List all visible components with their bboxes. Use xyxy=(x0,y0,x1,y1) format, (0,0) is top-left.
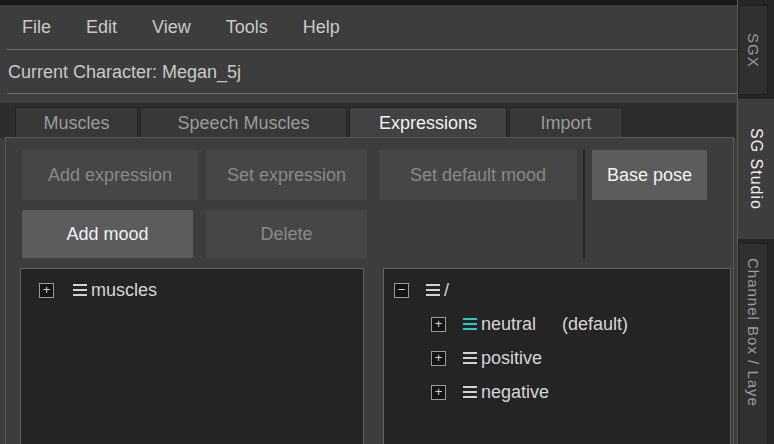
list-icon-highlighted xyxy=(463,318,477,330)
tree-row-positive[interactable]: + positive xyxy=(431,341,542,375)
menu-help[interactable]: Help xyxy=(303,17,340,38)
tab-muscles[interactable]: Muscles xyxy=(15,107,138,138)
tab-import[interactable]: Import xyxy=(509,107,623,138)
expand-icon[interactable]: + xyxy=(431,385,446,400)
sg-studio-window: File Edit View Tools Help Current Charac… xyxy=(0,0,774,444)
tab-expressions[interactable]: Expressions xyxy=(349,107,507,138)
set-expression-button[interactable]: Set expression xyxy=(206,150,367,200)
list-icon xyxy=(463,386,477,398)
expand-icon[interactable]: + xyxy=(431,317,446,332)
moods-tree-panel[interactable]: − / + neutral (default) + positive + n xyxy=(383,268,731,444)
add-mood-button[interactable]: Add mood xyxy=(22,210,193,258)
menu-edit[interactable]: Edit xyxy=(86,17,117,38)
expand-icon[interactable]: + xyxy=(431,351,446,366)
dock-tab-sgx[interactable]: SGX xyxy=(738,5,768,95)
tree-row-root[interactable]: − / xyxy=(394,273,449,307)
dock-tab-channel-box[interactable]: Channel Box / Laye xyxy=(738,243,768,444)
header-separator xyxy=(7,93,747,94)
tree-item-label[interactable]: / xyxy=(444,280,449,301)
tree-row-muscles[interactable]: + muscles xyxy=(39,273,157,307)
default-mood-badge: (default) xyxy=(562,314,628,335)
add-expression-button[interactable]: Add expression xyxy=(22,150,198,200)
current-character-label: Current Character: Megan_5j xyxy=(8,52,241,92)
list-icon xyxy=(426,284,440,296)
list-icon xyxy=(463,352,477,364)
menu-file[interactable]: File xyxy=(22,17,51,38)
toolbar-divider xyxy=(583,150,585,258)
collapse-icon[interactable]: − xyxy=(394,283,409,298)
muscles-tree-panel[interactable]: + muscles xyxy=(20,268,364,444)
list-icon xyxy=(73,284,87,296)
tab-bar: Muscles Speech Muscles Expressions Impor… xyxy=(0,103,736,138)
dock-tab-sg-studio[interactable]: SG Studio xyxy=(738,99,774,239)
set-default-mood-button[interactable]: Set default mood xyxy=(379,150,577,200)
tree-item-label[interactable]: neutral xyxy=(481,314,562,335)
tree-item-label[interactable]: muscles xyxy=(91,280,157,301)
tree-item-label[interactable]: negative xyxy=(481,382,549,403)
tree-row-neutral[interactable]: + neutral (default) xyxy=(431,307,628,341)
tab-speech-muscles[interactable]: Speech Muscles xyxy=(140,107,347,138)
menu-separator xyxy=(7,49,747,50)
delete-button[interactable]: Delete xyxy=(206,210,367,258)
menu-tools[interactable]: Tools xyxy=(226,17,268,38)
tree-item-label[interactable]: positive xyxy=(481,348,542,369)
tree-row-negative[interactable]: + negative xyxy=(431,375,549,409)
menu-view[interactable]: View xyxy=(152,17,191,38)
menu-bar: File Edit View Tools Help xyxy=(22,5,340,49)
expand-icon[interactable]: + xyxy=(39,283,54,298)
base-pose-button[interactable]: Base pose xyxy=(592,150,707,200)
